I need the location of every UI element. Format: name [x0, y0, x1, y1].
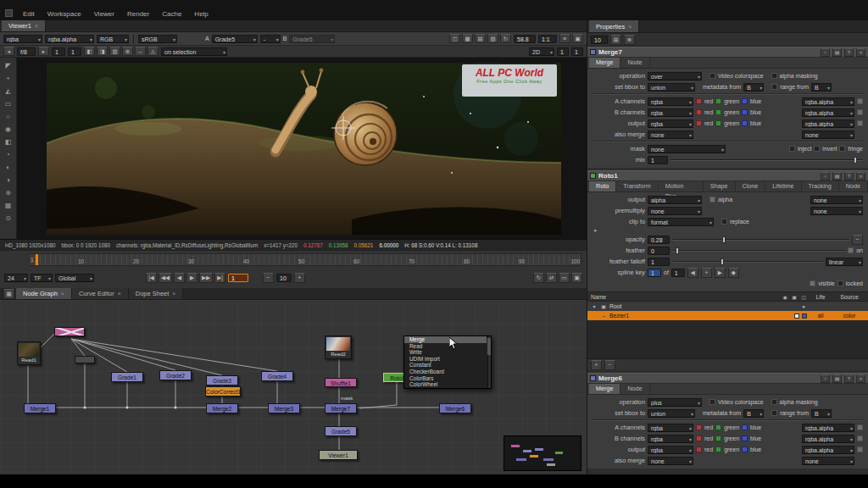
timeline-filter-select[interactable]: TF — [31, 274, 53, 282]
red-checkbox[interactable] — [696, 435, 702, 441]
invert-checkbox[interactable] — [814, 146, 820, 152]
shape-list-row-bezier1[interactable]: ~ Bezier1 all color — [587, 311, 868, 320]
close-icon[interactable]: × — [118, 291, 121, 297]
node-shuffle1[interactable]: Shuffle1 — [325, 378, 357, 387]
tool-icon[interactable]: ◑ — [2, 174, 15, 186]
visible-checkbox[interactable] — [810, 280, 815, 286]
dock-tab[interactable]: Node Graph × — [16, 288, 72, 299]
menu-option[interactable]: Read — [404, 343, 487, 350]
panel-header-icon[interactable]: ? — [844, 48, 854, 57]
feather-on-checkbox[interactable] — [848, 247, 854, 253]
properties-toolbar-icon[interactable]: ▤ — [610, 35, 621, 45]
panel-header-icon[interactable]: × — [856, 172, 865, 180]
node-grade4[interactable]: Grade4 — [261, 371, 293, 381]
node-merge7[interactable]: Merge7 — [325, 403, 357, 413]
b-input-select[interactable]: Grade5 — [289, 35, 335, 43]
roto-tab[interactable]: Transform — [616, 181, 658, 191]
alpha-channel-select[interactable]: rgba.alpha — [802, 446, 854, 454]
replace-checkbox[interactable] — [721, 219, 727, 225]
menu-option[interactable]: ColorWheel — [404, 381, 487, 388]
viewer-toolbar-icon[interactable]: ⊕ — [122, 47, 133, 56]
also-merge-select[interactable]: none — [648, 457, 693, 465]
opacity-slider[interactable] — [672, 236, 849, 244]
tab-search-menu[interactable]: MergeReadWriteUDIM importConstantChecker… — [403, 336, 492, 389]
shape-attr-chip[interactable] — [802, 313, 807, 319]
dock-tab[interactable]: Dope Sheet × — [129, 288, 184, 299]
premultiply-channel-select[interactable]: none — [810, 207, 863, 215]
feather-falloff-field[interactable]: 1 — [648, 258, 670, 266]
shape-attr-chip[interactable] — [794, 313, 799, 319]
feather-falloff-slider[interactable] — [672, 258, 823, 266]
properties-toolbar-icon[interactable]: ⊗ — [624, 35, 635, 45]
layer-select[interactable]: rgba — [3, 35, 42, 43]
view-mode-select[interactable]: 2D — [529, 47, 554, 56]
red-checkbox[interactable] — [696, 424, 702, 430]
menu-item[interactable]: Cache — [156, 8, 187, 19]
channels-select[interactable]: rgba — [648, 119, 693, 128]
tool-icon[interactable]: ⊕ — [2, 186, 15, 199]
viewer-toolbar-icon[interactable]: ◧ — [84, 47, 95, 56]
green-checkbox[interactable] — [715, 120, 721, 126]
menu-option[interactable]: UDIM import — [404, 356, 487, 363]
red-checkbox[interactable] — [696, 109, 702, 115]
menu-item[interactable]: Edit — [17, 8, 41, 19]
alpha-checkbox[interactable] — [857, 424, 863, 430]
viewer-toolbar-icon[interactable]: ▣ — [572, 34, 583, 43]
viewer-toolbar-icon[interactable]: ≡ — [559, 34, 570, 43]
transport-button[interactable]: ▶ — [186, 273, 198, 283]
range-select[interactable]: B — [811, 409, 832, 418]
node-merge1[interactable]: Merge1 — [24, 403, 56, 413]
alpha-checkbox[interactable] — [857, 98, 863, 104]
dock-tab[interactable]: Curve Editor × — [72, 288, 129, 299]
channels-select[interactable]: rgba — [648, 446, 693, 454]
key-nav-icon[interactable]: ▶ — [715, 268, 726, 278]
roto-tab[interactable]: Clone — [736, 181, 766, 191]
tab-properties[interactable]: Properties × — [589, 20, 639, 32]
timeline-ruler[interactable]: 102030405060708090100 1 — [29, 253, 581, 266]
channels-select[interactable]: rgba — [648, 108, 693, 117]
channels-select[interactable]: rgba — [648, 97, 693, 106]
tool-icon[interactable]: ◉ — [2, 123, 15, 136]
range-from-checkbox[interactable] — [771, 84, 777, 90]
menu-scrollbar[interactable] — [487, 336, 491, 388]
viewer-toolbar-icon[interactable]: ▤ — [475, 34, 486, 43]
step-plus-button[interactable]: + — [294, 273, 305, 283]
panel-header-icon[interactable]: ▤ — [832, 48, 842, 57]
node-merge6[interactable]: Merge6 — [439, 403, 471, 413]
viewer-colorspace-select[interactable]: sRGB — [138, 35, 177, 43]
tool-icon[interactable]: ▭ — [2, 97, 15, 110]
roto-tab[interactable]: Lifetime — [765, 181, 801, 191]
key-nav-icon[interactable]: + — [701, 268, 712, 278]
proxy-field[interactable]: 1:1 — [538, 35, 557, 43]
alpha-masking-checkbox[interactable] — [771, 399, 777, 405]
transport-button[interactable]: ◀ — [174, 273, 185, 283]
tab-merge[interactable]: Merge — [589, 58, 620, 68]
viewer-toolbar-icon[interactable]: ↔ — [135, 47, 146, 56]
timeline-icon[interactable]: ⇄ — [546, 273, 557, 283]
feather-field[interactable]: 0 — [648, 247, 670, 255]
panel-header[interactable]: Roto1 ▫▤?× — [587, 170, 868, 181]
node-merge2[interactable]: Merge2 — [206, 403, 238, 413]
viewer-image[interactable]: ALL PC World Free Apps One Click Away — [47, 63, 561, 235]
blue-checkbox[interactable] — [742, 120, 748, 126]
step-minus-button[interactable]: − — [263, 273, 274, 283]
fps-select[interactable]: 24 — [4, 274, 28, 282]
transport-button[interactable]: ▶| — [214, 273, 225, 283]
roto-tab[interactable]: Shape — [704, 181, 736, 191]
tool-icon[interactable]: ◐ — [2, 161, 15, 174]
range-select[interactable]: B — [811, 83, 832, 92]
eye-icon[interactable]: ● — [800, 304, 807, 309]
wipe-blend-select[interactable]: - — [260, 35, 281, 43]
current-frame-field[interactable]: 1 — [228, 274, 248, 282]
node-graph-overview[interactable] — [504, 435, 581, 471]
panel-header[interactable]: Merge6 ▫▤?× — [587, 373, 868, 384]
fstop-field[interactable]: f/8 — [17, 47, 36, 56]
layout-icon[interactable]: ▦ — [3, 289, 14, 299]
playhead[interactable] — [36, 254, 38, 265]
roto-tab[interactable]: Node — [839, 181, 868, 191]
metadata-select[interactable]: B — [743, 409, 764, 418]
mask-select[interactable]: none — [648, 145, 726, 153]
tab-node[interactable]: Node — [620, 58, 649, 68]
blue-checkbox[interactable] — [742, 109, 748, 115]
spline-key-current-field[interactable]: 1 — [648, 269, 661, 277]
